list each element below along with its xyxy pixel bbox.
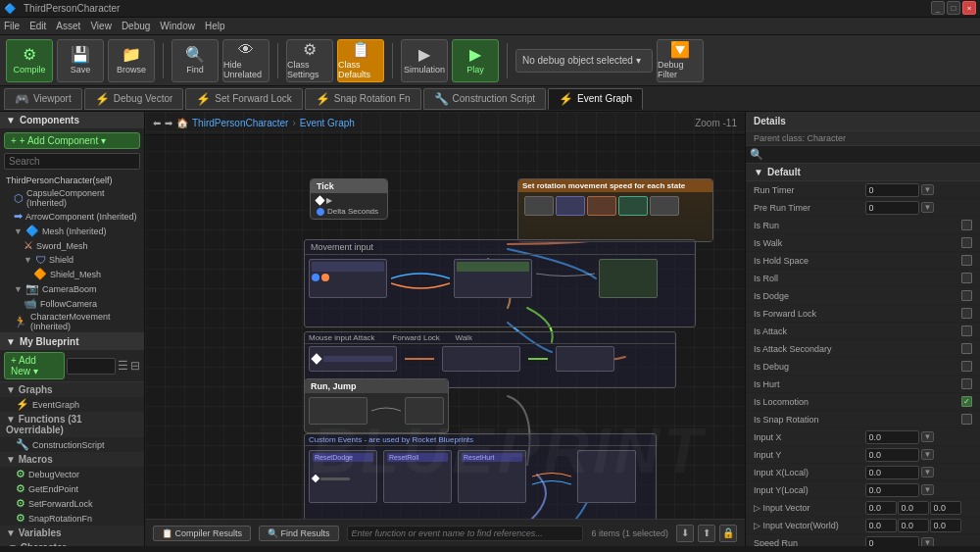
input-vec-world-x[interactable]	[865, 519, 897, 532]
input-vec-world-y[interactable]	[898, 519, 929, 532]
debug-dropdown[interactable]: No debug object selected ▾	[515, 49, 653, 73]
construction-script-item[interactable]: 🔧 ConstructionScript	[0, 437, 144, 452]
breadcrumb-event-graph[interactable]: Event Graph	[300, 118, 355, 128]
input-x-local-field[interactable]	[865, 466, 919, 479]
input-y-local-field[interactable]	[865, 483, 919, 497]
tick-node[interactable]: Tick ▶ Delta Seconds	[310, 178, 388, 220]
is-debug-checkbox[interactable]	[961, 361, 972, 372]
tab-set-forward-lock[interactable]: ⚡ Set Forward Lock	[185, 88, 302, 110]
custom-events-group[interactable]: Custom Events - are used by Rocket Bluep…	[304, 433, 657, 522]
play-button[interactable]: ▶ Play	[452, 39, 499, 82]
variables-section[interactable]: ▼ Variables	[0, 526, 144, 540]
input-y-field[interactable]	[865, 448, 919, 462]
status-up-btn[interactable]: ⬆	[698, 525, 715, 542]
menu-asset[interactable]: Asset	[56, 21, 80, 31]
speed-run-expand[interactable]: ▼	[921, 537, 935, 546]
collapse-icon[interactable]: ⊟	[130, 359, 140, 373]
menu-help[interactable]: Help	[205, 21, 225, 31]
status-lock-btn[interactable]: 🔒	[719, 525, 737, 542]
status-down-btn[interactable]: ⬇	[676, 525, 694, 542]
input-vec-z[interactable]	[930, 501, 961, 515]
component-camera-boom[interactable]: ▼ 📷 CameraBoom	[0, 281, 144, 296]
run-jump-node[interactable]: Run, Jump	[304, 378, 449, 433]
speed-run-field[interactable]	[865, 536, 919, 547]
browse-button[interactable]: 📁 Browse	[108, 39, 155, 82]
macros-section[interactable]: ▼ Macros	[0, 452, 144, 467]
menu-edit[interactable]: Edit	[29, 21, 46, 31]
pre-run-timer-expand[interactable]: ▼	[921, 202, 935, 213]
filter-icon[interactable]: ☰	[118, 359, 128, 373]
is-hurt-checkbox[interactable]	[961, 378, 972, 389]
run-timer-input[interactable]	[865, 183, 919, 197]
debug-filter-button[interactable]: 🔽 Debug Filter	[657, 39, 704, 82]
component-capsule[interactable]: ⬡ CapsuleComponent (Inherited)	[0, 187, 144, 209]
movement-input-group[interactable]: Movement input	[304, 239, 696, 327]
class-defaults-button[interactable]: 📋 Class Defaults	[337, 39, 384, 82]
components-header[interactable]: ▼ Components	[0, 112, 144, 128]
input-vec-y[interactable]	[898, 501, 929, 515]
close-btn[interactable]: ×	[962, 1, 976, 15]
add-component-button[interactable]: + + Add Component ▾	[4, 132, 140, 149]
tab-event-graph[interactable]: ⚡ Event Graph	[548, 88, 643, 110]
component-shield-mesh[interactable]: 🔶 Shield_Mesh	[0, 267, 144, 281]
run-timer-expand[interactable]: ▼	[921, 184, 935, 195]
pre-run-timer-input[interactable]	[865, 201, 919, 215]
is-snap-rotation-checkbox[interactable]	[961, 414, 972, 425]
event-graph-item[interactable]: ⚡ EventGraph	[0, 397, 144, 412]
is-attack-checkbox[interactable]	[961, 326, 972, 336]
find-references-input[interactable]	[347, 526, 584, 541]
add-new-button[interactable]: + Add New ▾	[4, 352, 65, 379]
input-vec-x[interactable]	[865, 501, 897, 515]
breadcrumb-home-icon[interactable]: 🏠	[176, 118, 188, 128]
input-x-expand[interactable]: ▼	[921, 431, 935, 442]
hide-unrelated-button[interactable]: 👁 Hide Unrelated	[222, 39, 270, 82]
is-dodge-checkbox[interactable]	[961, 290, 972, 301]
save-button[interactable]: 💾 Save	[57, 39, 104, 82]
is-walk-checkbox[interactable]	[961, 237, 972, 248]
component-arrow[interactable]: ➡ ArrowComponent (Inherited)	[0, 209, 144, 224]
breadcrumb-character[interactable]: ThirdPersonCharacter	[192, 118, 288, 128]
tab-viewport[interactable]: 🎮 Viewport	[4, 88, 82, 110]
input-y-expand[interactable]: ▼	[921, 449, 935, 460]
menu-view[interactable]: View	[90, 21, 112, 31]
find-button[interactable]: 🔍 Find	[172, 39, 219, 82]
input-x-local-expand[interactable]: ▼	[921, 467, 935, 477]
menu-window[interactable]: Window	[160, 21, 195, 31]
maximize-btn[interactable]: □	[947, 1, 960, 15]
is-hold-space-checkbox[interactable]	[961, 255, 972, 266]
component-mesh[interactable]: ▼ 🔷 Mesh (Inherited)	[0, 224, 144, 238]
component-sword[interactable]: ⚔ Sword_Mesh	[0, 238, 144, 253]
graphs-section[interactable]: ▼ Graphs	[0, 382, 144, 397]
component-self[interactable]: ThirdPersonCharacter(self)	[0, 174, 144, 187]
is-forward-lock-checkbox[interactable]	[961, 308, 972, 319]
minimize-btn[interactable]: _	[931, 1, 945, 15]
nav-forward-icon[interactable]: ➡	[165, 118, 172, 128]
my-blueprint-search[interactable]	[67, 358, 116, 375]
blueprint-canvas[interactable]: ⬅ ➡ 🏠 ThirdPersonCharacter › Event Graph…	[145, 112, 745, 546]
tab-construction-script[interactable]: 🔧 Construction Script	[423, 88, 546, 110]
menu-file[interactable]: File	[4, 21, 20, 31]
menu-debug[interactable]: Debug	[122, 21, 150, 31]
compile-button[interactable]: ⚙ Compile	[6, 39, 53, 82]
component-shield[interactable]: ▼ 🛡 Shield	[0, 253, 144, 267]
functions-section[interactable]: ▼ Functions (31 Overridable)	[0, 412, 144, 437]
component-follow-camera[interactable]: 📹 FollowCamera	[0, 296, 144, 311]
input-vec-world-z[interactable]	[930, 519, 961, 532]
tab-debug-vector[interactable]: ⚡ Debug Vector	[84, 88, 184, 110]
simulation-button[interactable]: ▶ Simulation	[401, 39, 448, 82]
snap-rotation-fn-item[interactable]: ⚙ SnapRotationFn	[0, 511, 144, 526]
is-attack-secondary-checkbox[interactable]	[961, 343, 972, 354]
set-rotation-node[interactable]: Set rotation movement speed for each sta…	[517, 178, 713, 242]
get-end-point-item[interactable]: ⚙ GetEndPoint	[0, 481, 144, 496]
details-search-input[interactable]	[765, 149, 976, 160]
input-y-local-expand[interactable]: ▼	[921, 484, 935, 495]
component-char-movement[interactable]: 🏃 CharacterMovement (Inherited)	[0, 311, 144, 332]
set-forward-lock-item[interactable]: ⚙ SetForwardLock	[0, 496, 144, 511]
nav-back-icon[interactable]: ⬅	[153, 118, 161, 128]
class-settings-button[interactable]: ⚙ Class Settings	[286, 39, 333, 82]
input-x-field[interactable]	[865, 430, 919, 444]
character-section[interactable]: ▼ Character	[0, 540, 144, 546]
is-run-checkbox[interactable]	[961, 220, 972, 230]
my-blueprint-header[interactable]: ▼ My Blueprint	[0, 333, 144, 350]
debug-vector-item[interactable]: ⚙ DebugVector	[0, 467, 144, 481]
